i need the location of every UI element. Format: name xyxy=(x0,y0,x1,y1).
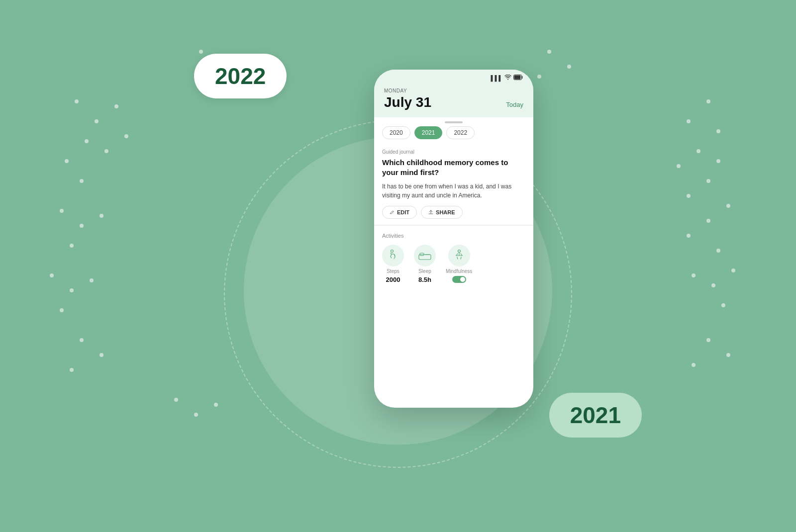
phone-mockup: ▌▌▌ xyxy=(374,70,533,408)
status-bar: ▌▌▌ xyxy=(374,70,533,85)
year-chips: 2020 2021 2022 xyxy=(374,126,533,145)
steps-icon-bg xyxy=(382,245,404,266)
background-dot xyxy=(731,268,735,272)
background-dot xyxy=(706,219,710,223)
share-button[interactable]: SHARE xyxy=(421,206,463,219)
background-dot xyxy=(687,119,691,123)
background-dot xyxy=(85,139,89,143)
activities-title: Activities xyxy=(382,233,525,239)
share-icon xyxy=(428,210,433,215)
journal-question: Which childhood memory comes to your min… xyxy=(382,158,525,178)
date-text: July 31 xyxy=(384,94,431,110)
year-badge-2022: 2022 xyxy=(194,54,287,98)
activities-grid: Steps 2000 Sleep 8.5h xyxy=(382,245,525,283)
steps-name: Steps xyxy=(387,268,399,274)
status-icons: ▌▌▌ xyxy=(491,75,523,81)
mindfulness-toggle[interactable] xyxy=(452,276,466,283)
signal-icon: ▌▌▌ xyxy=(491,75,502,81)
today-button[interactable]: Today xyxy=(506,101,523,108)
steps-icon xyxy=(388,249,398,262)
activity-steps: Steps 2000 xyxy=(382,245,404,283)
edit-button[interactable]: EDIT xyxy=(382,206,417,219)
mindfulness-name: Mindfulness xyxy=(446,268,472,274)
phone-header: MONDAY July 31 Today xyxy=(374,85,533,117)
background-dot xyxy=(75,99,79,103)
journal-actions: EDIT SHARE xyxy=(382,206,525,219)
background-dot xyxy=(70,368,74,372)
year-badge-2021: 2021 xyxy=(549,393,642,438)
phone-body: ▌▌▌ xyxy=(374,70,533,408)
background-dot xyxy=(174,398,178,402)
background-dot xyxy=(692,273,696,277)
activities-section: Activities Steps 2000 xyxy=(374,227,533,289)
svg-point-2 xyxy=(391,250,394,252)
share-label: SHARE xyxy=(436,209,455,215)
scroll-handle xyxy=(374,117,533,126)
background-dot xyxy=(721,303,725,307)
activity-sleep: Sleep 8.5h xyxy=(414,245,436,283)
background-dot xyxy=(90,278,94,282)
background-dot xyxy=(70,244,74,248)
sleep-icon-bg xyxy=(414,245,436,266)
background-dot xyxy=(70,288,74,292)
background-dot xyxy=(567,65,571,69)
background-dot xyxy=(711,283,715,287)
mindfulness-icon xyxy=(454,249,465,262)
background-dot xyxy=(100,353,103,357)
background-dot xyxy=(100,214,103,218)
background-dot xyxy=(726,204,730,208)
background-dot xyxy=(706,99,710,103)
edit-icon xyxy=(390,210,395,215)
background-dot xyxy=(60,308,64,312)
background-dot xyxy=(114,104,118,108)
chip-2021[interactable]: 2021 xyxy=(414,126,443,139)
background-dot xyxy=(547,50,551,54)
sleep-value: 8.5h xyxy=(418,276,431,283)
edit-label: EDIT xyxy=(397,209,409,215)
steps-value: 2000 xyxy=(386,276,400,283)
chip-2020[interactable]: 2020 xyxy=(382,126,410,139)
background-dot xyxy=(706,338,710,342)
journal-answer: It has to be one from when I was a kid, … xyxy=(382,182,525,200)
background-dot xyxy=(537,75,541,79)
background-dot xyxy=(104,149,108,153)
background-dot xyxy=(214,403,218,407)
background-dot xyxy=(124,134,128,138)
svg-rect-1 xyxy=(514,76,521,80)
sleep-icon xyxy=(418,251,431,261)
scroll-bar xyxy=(445,121,463,123)
divider xyxy=(374,225,533,226)
svg-point-5 xyxy=(458,250,460,252)
day-label: MONDAY xyxy=(384,88,523,93)
activity-mindfulness: Mindfulness xyxy=(446,245,472,283)
background-dot xyxy=(687,234,691,238)
background-dot xyxy=(716,129,720,133)
background-dot xyxy=(65,159,69,163)
background-dot xyxy=(687,194,691,198)
badge-2022-text: 2022 xyxy=(215,63,266,89)
background-dot xyxy=(716,159,720,163)
wifi-icon xyxy=(504,75,511,81)
background-dot xyxy=(60,209,64,213)
background-dot xyxy=(50,273,54,277)
background-dot xyxy=(726,353,730,357)
chip-2022[interactable]: 2022 xyxy=(446,126,475,139)
background-dot xyxy=(199,50,203,54)
background-dot xyxy=(706,179,710,183)
background-dot xyxy=(80,224,84,228)
background-dot xyxy=(95,119,99,123)
background-dot xyxy=(80,338,84,342)
battery-icon xyxy=(513,75,523,81)
background-dot xyxy=(677,164,681,168)
mindfulness-icon-bg xyxy=(448,245,470,266)
background-dot xyxy=(80,179,84,183)
background-dot xyxy=(696,149,700,153)
background-dot xyxy=(692,363,696,367)
background-dot xyxy=(716,249,720,253)
background-dot xyxy=(194,413,198,417)
sleep-name: Sleep xyxy=(418,268,431,274)
journal-label: Guided journal xyxy=(382,149,525,155)
badge-2021-text: 2021 xyxy=(570,402,621,428)
journal-section: Guided journal Which childhood memory co… xyxy=(374,145,533,225)
